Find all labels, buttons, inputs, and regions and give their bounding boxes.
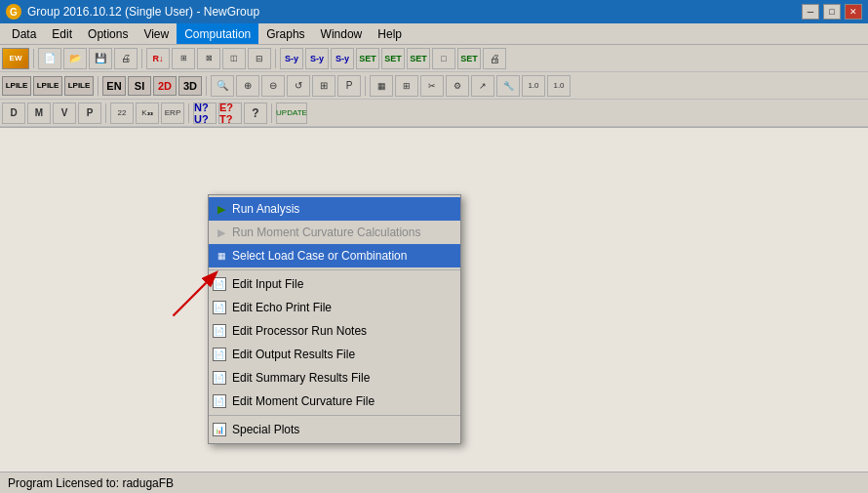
menu-item-run-analysis[interactable]: ▶ Run Analysis bbox=[209, 197, 460, 221]
tb-blank[interactable]: □ bbox=[432, 48, 455, 69]
menu-bar: Data Edit Options View Computation Graph… bbox=[0, 23, 868, 45]
menu-item-edit-moment-file[interactable]: 📄 Edit Moment Curvature File bbox=[209, 390, 460, 413]
tb-22[interactable]: 22 bbox=[110, 103, 134, 124]
menu-computation[interactable]: Computation bbox=[177, 23, 258, 44]
tb-si[interactable]: SI bbox=[128, 76, 151, 96]
edit-moment-file-label: Edit Moment Curvature File bbox=[232, 394, 375, 408]
menu-edit[interactable]: Edit bbox=[44, 23, 80, 44]
select-load-icon: ▦ bbox=[213, 247, 230, 265]
sep8 bbox=[188, 103, 189, 123]
svg-line-1 bbox=[174, 283, 207, 316]
edit-output-label: Edit Output Results File bbox=[232, 348, 355, 361]
tb-img5[interactable]: ↗ bbox=[471, 75, 494, 97]
tb-new[interactable]: 📄 bbox=[38, 48, 61, 69]
tb-set4[interactable]: SET bbox=[457, 48, 481, 69]
tb-sy2[interactable]: S-y bbox=[305, 48, 329, 69]
tb-k33[interactable]: K₃₃ bbox=[136, 103, 159, 124]
tb-q[interactable]: ? bbox=[244, 103, 267, 124]
special-plots-icon: 📊 bbox=[213, 423, 226, 436]
status-bar: Program Licensed to: radugaFB bbox=[0, 472, 868, 493]
tb-3d[interactable]: 3D bbox=[178, 76, 202, 96]
tb-r1[interactable]: 🔍 bbox=[211, 75, 234, 97]
maximize-button[interactable]: □ bbox=[823, 4, 841, 20]
separator-1 bbox=[209, 269, 460, 270]
tb-lpile3[interactable]: LPILE bbox=[64, 76, 94, 96]
tb-btn2[interactable]: ⊞ bbox=[172, 48, 195, 69]
tb-r5[interactable]: ⊞ bbox=[312, 75, 335, 97]
tb-save[interactable]: 💾 bbox=[89, 48, 112, 69]
edit-processor-icon: 📄 bbox=[213, 324, 226, 338]
tb-d[interactable]: D bbox=[2, 103, 25, 124]
tb-m[interactable]: M bbox=[27, 103, 51, 124]
menu-help[interactable]: Help bbox=[370, 23, 410, 44]
menu-view[interactable]: View bbox=[136, 23, 177, 44]
tb-print[interactable]: 🖨 bbox=[114, 48, 138, 69]
tb-set[interactable]: SET bbox=[356, 48, 379, 69]
tb-open[interactable]: 📂 bbox=[63, 48, 87, 69]
window-controls: ─ □ ✕ bbox=[802, 4, 862, 20]
edit-moment-file-icon: 📄 bbox=[213, 394, 226, 408]
tb-r4[interactable]: ↺ bbox=[287, 75, 310, 97]
menu-window[interactable]: Window bbox=[313, 23, 371, 44]
tb-r3[interactable]: ⊖ bbox=[261, 75, 285, 97]
menu-options[interactable]: Options bbox=[80, 23, 136, 44]
window-title: Group 2016.10.12 (Single User) - NewGrou… bbox=[27, 5, 259, 19]
tb-img2[interactable]: ⊞ bbox=[395, 75, 418, 97]
tb-btn3[interactable]: ⊠ bbox=[197, 48, 220, 69]
menu-item-run-moment[interactable]: ▶ Run Moment Curvature Calculations bbox=[209, 221, 460, 244]
tb-set2[interactable]: SET bbox=[381, 48, 405, 69]
edit-echo-label: Edit Echo Print File bbox=[232, 301, 332, 314]
menu-item-edit-echo[interactable]: 📄 Edit Echo Print File bbox=[209, 296, 460, 319]
tb-eq[interactable]: E? T? bbox=[218, 103, 242, 124]
tb-btn1[interactable]: R↓ bbox=[146, 48, 170, 69]
tb-btn4[interactable]: ◫ bbox=[222, 48, 246, 69]
tb-1dot0[interactable]: 1.0 bbox=[522, 75, 545, 97]
tb-1dot0-2[interactable]: 1.0 bbox=[547, 75, 571, 97]
run-analysis-icon: ▶ bbox=[213, 200, 230, 218]
tb-lpile1[interactable]: LPILE bbox=[2, 76, 31, 96]
tb-p[interactable]: P bbox=[78, 103, 101, 124]
menu-data[interactable]: Data bbox=[4, 23, 44, 44]
tb-r2[interactable]: ⊕ bbox=[236, 75, 259, 97]
tb-img3[interactable]: ✂ bbox=[420, 75, 444, 97]
app-icon: G bbox=[6, 4, 21, 20]
tb-img1[interactable]: ▦ bbox=[370, 75, 393, 97]
minimize-button[interactable]: ─ bbox=[802, 4, 819, 20]
close-button[interactable]: ✕ bbox=[845, 4, 862, 20]
sep5 bbox=[206, 76, 207, 96]
sep3 bbox=[275, 49, 276, 68]
tb-sy3[interactable]: S-y bbox=[331, 48, 354, 69]
menu-item-select-load[interactable]: ▦ Select Load Case or Combination bbox=[209, 244, 460, 267]
edit-processor-label: Edit Processor Run Notes bbox=[232, 324, 367, 338]
tb-print2[interactable]: 🖨 bbox=[483, 48, 506, 69]
tb-r6[interactable]: P bbox=[337, 75, 361, 97]
menu-item-edit-input[interactable]: 📄 Edit Input File bbox=[209, 272, 460, 296]
run-moment-icon: ▶ bbox=[213, 224, 230, 241]
menu-item-edit-summary[interactable]: 📄 Edit Summary Results File bbox=[209, 366, 460, 390]
menu-item-edit-output[interactable]: 📄 Edit Output Results File bbox=[209, 343, 460, 366]
tb-en[interactable]: EN bbox=[102, 76, 126, 96]
edit-summary-icon: 📄 bbox=[213, 371, 226, 385]
edit-input-icon: 📄 bbox=[213, 277, 226, 291]
tb-lpile2[interactable]: LPILE bbox=[33, 76, 62, 96]
tb-set3[interactable]: SET bbox=[407, 48, 430, 69]
menu-item-edit-processor[interactable]: 📄 Edit Processor Run Notes bbox=[209, 319, 460, 343]
toolbar-row-2: LPILE LPILE LPILE EN SI 2D 3D 🔍 ⊕ ⊖ ↺ ⊞ … bbox=[0, 72, 868, 100]
tb-img4[interactable]: ⚙ bbox=[446, 75, 469, 97]
tb-erp[interactable]: ERP bbox=[161, 103, 184, 124]
work-area: ▶ Run Analysis ▶ Run Moment Curvature Ca… bbox=[0, 128, 868, 493]
menu-item-special-plots[interactable]: 📊 Special Plots bbox=[209, 418, 460, 441]
sep7 bbox=[105, 103, 106, 123]
tb-btn5[interactable]: ⊟ bbox=[248, 48, 271, 69]
tb-nu[interactable]: N? U? bbox=[193, 103, 217, 124]
tb-img6[interactable]: 🔧 bbox=[496, 75, 520, 97]
tb-v[interactable]: V bbox=[53, 103, 76, 124]
toolbar-row-1: EW 📄 📂 💾 🖨 R↓ ⊞ ⊠ ◫ ⊟ S-y S-y S-y SET SE… bbox=[0, 45, 868, 72]
computation-dropdown: ▶ Run Analysis ▶ Run Moment Curvature Ca… bbox=[208, 194, 461, 444]
sep1 bbox=[33, 49, 34, 68]
tb-update[interactable]: UPDATE bbox=[276, 103, 307, 124]
sep6 bbox=[365, 76, 366, 96]
tb-2d[interactable]: 2D bbox=[153, 76, 177, 96]
menu-graphs[interactable]: Graphs bbox=[258, 23, 312, 44]
tb-sy[interactable]: S-y bbox=[280, 48, 303, 69]
